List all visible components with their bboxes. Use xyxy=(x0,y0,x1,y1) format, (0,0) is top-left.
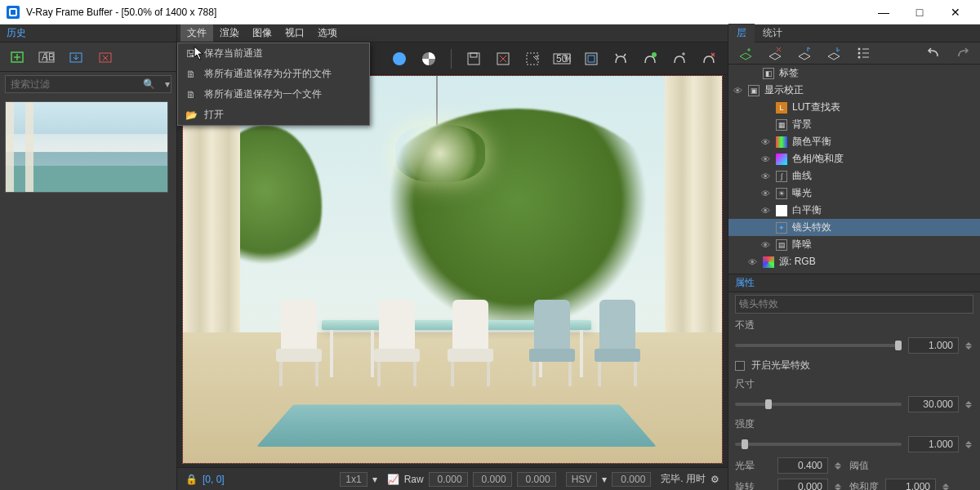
enable-bloom-checkbox[interactable] xyxy=(735,361,745,371)
visibility-icon[interactable]: 👁 xyxy=(760,154,771,164)
delete-history-button[interactable] xyxy=(95,47,116,68)
region-select-button[interactable] xyxy=(522,48,543,69)
layer-curves[interactable]: 👁∫曲线 xyxy=(728,167,980,185)
menu-options[interactable]: 选项 xyxy=(311,24,344,42)
clear-image-button[interactable] xyxy=(492,48,514,69)
folder-icon: ▣ xyxy=(748,85,760,96)
layer-hue-saturation[interactable]: 👁色相/饱和度 xyxy=(728,150,980,167)
saturation-spinner[interactable] xyxy=(942,483,951,491)
visibility-icon[interactable]: 👁 xyxy=(760,137,771,147)
bloom-spinner[interactable] xyxy=(835,462,843,470)
right-tabs: 层 统计 xyxy=(728,24,980,42)
redo-button[interactable] xyxy=(952,42,973,64)
bloom-value[interactable]: 0.400 xyxy=(777,457,828,474)
visibility-icon[interactable]: 👁 xyxy=(760,240,771,250)
layer-color-balance[interactable]: 👁颜色平衡 xyxy=(728,133,980,150)
intensity-value[interactable]: 1.000 xyxy=(908,436,959,452)
save-single-icon: 🗎 xyxy=(185,88,198,101)
minimize-button[interactable]: — xyxy=(866,0,902,24)
maximize-button[interactable]: □ xyxy=(902,0,938,24)
menu-open[interactable]: 📂打开 xyxy=(178,105,369,125)
menubar: 文件 渲染 图像 视口 选项 xyxy=(177,24,728,42)
opacity-value[interactable]: 1.000 xyxy=(908,337,959,354)
rotation-spinner[interactable] xyxy=(835,483,843,491)
colorspace-select[interactable]: HSV xyxy=(566,472,598,487)
search-input[interactable] xyxy=(6,76,138,92)
load-history-button[interactable] xyxy=(65,47,87,68)
denoise-icon: ▤ xyxy=(776,239,787,251)
intensity-spinner[interactable] xyxy=(965,441,973,448)
layer-lut[interactable]: LLUT查找表 xyxy=(728,99,980,116)
layer-denoise[interactable]: 👁▤降噪 xyxy=(728,236,980,253)
size-value[interactable]: 30.000 xyxy=(908,396,959,412)
raw-b-value: 0.000 xyxy=(517,472,556,487)
layer-exposure[interactable]: 👁☀曝光 xyxy=(728,185,980,202)
menu-save-current-channel[interactable]: 🖫保存当前通道 xyxy=(178,43,369,64)
svg-rect-21 xyxy=(588,56,595,62)
fit-view-button[interactable] xyxy=(581,48,602,69)
add-history-button[interactable] xyxy=(7,47,28,68)
chevron-down-icon[interactable]: ▾ xyxy=(372,474,377,485)
grid-select[interactable]: 1x1 xyxy=(340,472,367,487)
zoom-50-button[interactable]: 50% xyxy=(551,48,572,69)
layer-source[interactable]: 👁源: RGB xyxy=(728,253,980,270)
layer-labels[interactable]: ◧标签 xyxy=(728,65,980,82)
close-button[interactable]: ✕ xyxy=(938,0,973,24)
visibility-icon[interactable]: 👁 xyxy=(760,189,771,198)
render-viewport[interactable] xyxy=(182,75,723,464)
size-spinner[interactable] xyxy=(965,401,973,408)
undo-button[interactable] xyxy=(923,42,944,64)
channel-rgb-button[interactable] xyxy=(389,48,410,69)
chevron-down-icon[interactable]: ▾ xyxy=(602,474,607,485)
layer-list-button[interactable] xyxy=(853,42,874,64)
channel-split-button[interactable] xyxy=(418,48,439,69)
layer-display-correction[interactable]: 👁▣显示校正 xyxy=(728,82,980,99)
delete-layer-button[interactable] xyxy=(764,42,786,64)
render-interactive-button[interactable] xyxy=(669,48,690,69)
history-thumbnail[interactable] xyxy=(5,101,168,193)
layer-lens-effects[interactable]: ✦镜头特效 xyxy=(728,219,980,236)
opacity-spinner[interactable] xyxy=(965,342,973,350)
menu-viewport[interactable]: 视口 xyxy=(278,24,311,42)
load-preset-button[interactable] xyxy=(823,42,844,64)
search-dropdown-icon[interactable]: ▾ xyxy=(160,78,175,90)
menu-image[interactable]: 图像 xyxy=(246,24,278,42)
opacity-slider[interactable] xyxy=(735,344,902,347)
size-slider[interactable] xyxy=(735,403,902,406)
svg-point-31 xyxy=(858,56,861,59)
render-region-button[interactable] xyxy=(639,48,661,69)
tab-layers[interactable]: 层 xyxy=(728,24,755,42)
intensity-slider[interactable] xyxy=(735,443,902,446)
exposure-icon: ☀ xyxy=(776,188,787,199)
search-icon[interactable]: 🔍 xyxy=(138,78,160,90)
stop-render-button[interactable] xyxy=(698,48,719,69)
lock-icon[interactable]: 🔒 xyxy=(185,474,198,485)
settings-icon[interactable]: ⚙ xyxy=(710,474,719,485)
visibility-icon[interactable]: 👁 xyxy=(732,86,743,96)
history-search[interactable]: 🔍 ▾ xyxy=(5,75,172,93)
layer-background[interactable]: ▦背景 xyxy=(728,116,980,133)
menu-save-all-separate[interactable]: 🗎将所有通道保存为分开的文件 xyxy=(178,64,369,84)
visibility-icon[interactable]: 👁 xyxy=(760,172,771,181)
menu-save-all-single[interactable]: 🗎将所有通道保存为一个文件 xyxy=(178,84,369,105)
rendered-scene xyxy=(183,76,722,463)
white-balance-icon xyxy=(776,205,787,216)
render-button[interactable] xyxy=(610,48,631,69)
visibility-icon[interactable]: 👁 xyxy=(746,257,758,267)
tab-stats[interactable]: 统计 xyxy=(755,24,791,42)
menu-file[interactable]: 文件 xyxy=(180,24,213,42)
rotation-value[interactable]: 0.000 xyxy=(777,479,828,490)
add-layer-button[interactable] xyxy=(735,42,756,64)
save-preset-button[interactable] xyxy=(794,42,815,64)
compare-ab-button[interactable]: AB xyxy=(36,47,57,68)
layer-white-balance[interactable]: 👁白平衡 xyxy=(728,202,980,219)
svg-text:A: A xyxy=(42,51,48,63)
rotation-label: 旋转 xyxy=(735,480,771,491)
saturation-value[interactable]: 1.000 xyxy=(885,479,936,490)
save-image-button[interactable] xyxy=(463,48,484,69)
visibility-icon[interactable]: 👁 xyxy=(760,206,771,216)
svg-text:%: % xyxy=(564,53,571,65)
menu-render[interactable]: 渲染 xyxy=(213,24,246,42)
color-mode-label: Raw xyxy=(404,474,424,485)
hsv-value: 0.000 xyxy=(612,472,651,487)
